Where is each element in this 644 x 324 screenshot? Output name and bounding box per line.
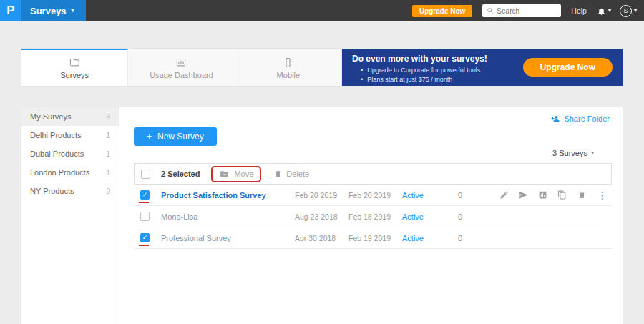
survey-count-dropdown[interactable]: 3 Surveys ▾ <box>552 149 594 157</box>
folder-count: 1 <box>106 169 110 177</box>
survey-title-link[interactable]: Mona-Lisa <box>161 212 295 221</box>
share-folder-link[interactable]: Share Folder <box>550 114 610 123</box>
promo-bullet: • Plans start at just $75 / month <box>342 75 623 84</box>
folder-label: My Surveys <box>30 112 71 121</box>
responses-count: 0 <box>458 191 490 200</box>
chevron-down-icon: ▾ <box>591 150 594 156</box>
row-check-cell: ✓ <box>134 185 161 205</box>
responses-count: 0 <box>458 234 490 242</box>
logo-letter: P <box>6 4 14 18</box>
responses-count: 0 <box>458 212 490 221</box>
move-annotation: Move <box>211 166 261 182</box>
mobile-icon <box>283 57 293 68</box>
tab-label: Mobile <box>277 71 300 79</box>
new-survey-button[interactable]: + New Survey <box>134 127 217 146</box>
folder-label: Delhi Products <box>30 131 82 139</box>
sidebar-item-delhi-products[interactable]: Delhi Products 1 <box>21 126 119 144</box>
kebab-menu-icon[interactable]: ⋮ <box>596 190 609 201</box>
folder-count: 1 <box>106 132 110 139</box>
plus-icon: + <box>147 132 152 142</box>
copy-icon[interactable] <box>557 190 567 200</box>
trash-icon <box>274 170 283 179</box>
chevron-down-icon: ▾ <box>72 8 74 14</box>
survey-title-link[interactable]: Professional Survey <box>161 234 295 242</box>
select-all-checkbox[interactable] <box>141 170 150 179</box>
created-date: Aug 23 2018 <box>295 212 348 221</box>
promo-banner: Do even more with your surveys! • Upgrad… <box>342 49 623 86</box>
banner-upgrade-button[interactable]: Upgrade Now <box>523 58 613 77</box>
move-folder-icon <box>219 170 230 179</box>
tab-label: Surveys <box>60 71 89 79</box>
move-label: Move <box>234 170 253 178</box>
status-label: Active <box>402 212 458 221</box>
row-check-cell: ✓ <box>134 227 161 248</box>
chevron-down-icon: ▾ <box>634 8 637 14</box>
screen: P Surveys ▾ Upgrade Now Help ▾ <box>0 0 644 324</box>
search-input[interactable] <box>497 7 557 15</box>
tab-surveys[interactable]: Surveys <box>21 49 128 86</box>
notifications-button[interactable]: ▾ <box>597 6 611 16</box>
status-label: Active <box>402 234 458 242</box>
account-menu[interactable]: S ▾ <box>620 5 637 17</box>
sidebar-item-dubai-products[interactable]: Dubai Products 1 <box>21 144 119 163</box>
row-check-cell <box>134 206 161 227</box>
red-underline-annotation <box>139 245 149 246</box>
row-checkbox[interactable]: ✓ <box>140 190 150 200</box>
search-icon <box>487 7 494 14</box>
table-row: ✓ Product Satisfaction Survey Feb 20 201… <box>134 185 612 206</box>
row-actions: ⋮ <box>499 190 612 201</box>
stats-icon[interactable] <box>538 190 547 200</box>
edit-icon[interactable] <box>499 190 509 200</box>
check-icon: ✓ <box>142 192 148 198</box>
folder-count: 0 <box>106 187 110 195</box>
table-row: ✓ Professional Survey Apr 30 2018 Feb 19… <box>134 227 612 249</box>
avatar: S <box>620 5 632 17</box>
bulk-action-toolbar: 2 Selected Move Delete <box>134 163 612 185</box>
survey-count-label: 3 Surveys <box>552 149 587 157</box>
table-row: Mona-Lisa Aug 23 2018 Feb 18 2019 Active… <box>134 206 612 227</box>
survey-list: ✓ Product Satisfaction Survey Feb 20 201… <box>134 185 612 249</box>
check-icon: ✓ <box>142 235 148 241</box>
folder-icon <box>68 57 81 68</box>
topbar: P Surveys ▾ Upgrade Now Help ▾ <box>0 0 644 21</box>
delete-button[interactable]: Delete <box>274 170 309 179</box>
chevron-down-icon: ▾ <box>608 8 611 14</box>
search-box[interactable] <box>482 4 561 17</box>
trash-icon[interactable] <box>577 190 586 200</box>
sidebar-item-london-products[interactable]: London Products 1 <box>21 163 119 182</box>
row-checkbox[interactable] <box>140 212 150 221</box>
bullet-icon: • <box>361 75 363 84</box>
folders-sidebar: My Surveys 3 Delhi Products 1 Dubai Prod… <box>21 107 119 324</box>
surveys-menu[interactable]: Surveys ▾ <box>21 0 86 21</box>
row-checkbox[interactable]: ✓ <box>140 233 150 242</box>
promo-bullet-text: Upgrade to Corporate for powerful tools <box>367 66 480 75</box>
help-link[interactable]: Help <box>571 6 587 15</box>
modified-date: Feb 19 2019 <box>348 234 402 242</box>
folder-count: 1 <box>106 150 110 158</box>
tab-usage-dashboard[interactable]: Usage Dashboard <box>128 49 235 86</box>
dashboard-icon <box>175 57 187 68</box>
avatar-initial: S <box>623 7 628 14</box>
tab-mobile[interactable]: Mobile <box>235 49 341 86</box>
new-survey-label: New Survey <box>157 132 204 142</box>
surveys-panel: Share Folder + New Survey 3 Surveys ▾ 2 … <box>119 107 623 324</box>
folder-count: 3 <box>106 113 110 121</box>
folder-label: NY Products <box>30 187 74 195</box>
modified-date: Feb 18 2019 <box>348 212 402 221</box>
sidebar-item-ny-products[interactable]: NY Products 0 <box>21 182 119 200</box>
survey-title-link[interactable]: Product Satisfaction Survey <box>161 191 295 200</box>
share-folder-label: Share Folder <box>564 114 610 123</box>
surveys-menu-label: Surveys <box>30 6 67 16</box>
folder-label: London Products <box>30 168 89 177</box>
delete-label: Delete <box>286 170 309 178</box>
sidebar-item-my-surveys[interactable]: My Surveys 3 <box>21 107 119 126</box>
tab-label: Usage Dashboard <box>150 71 213 79</box>
red-underline-annotation <box>139 202 149 203</box>
upgrade-now-button[interactable]: Upgrade Now <box>412 5 472 17</box>
app-logo[interactable]: P <box>0 0 21 21</box>
move-button[interactable]: Move <box>219 170 253 179</box>
send-icon[interactable] <box>519 190 528 200</box>
view-tabs: Surveys Usage Dashboard Mobile <box>21 49 341 86</box>
modified-date: Feb 20 2019 <box>348 191 402 200</box>
promo-bullet-text: Plans start at just $75 / month <box>367 75 452 84</box>
